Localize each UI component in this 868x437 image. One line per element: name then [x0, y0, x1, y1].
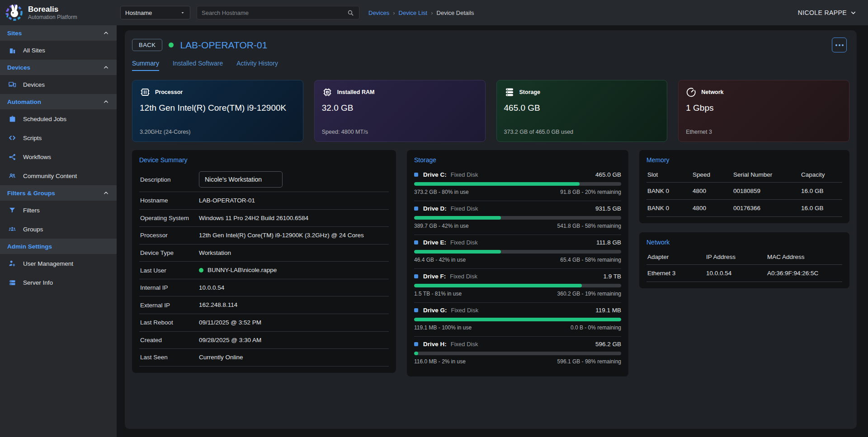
memory-row-cell: BANK 0 — [646, 200, 692, 217]
storage-stack-icon — [504, 87, 515, 98]
ram-card: Installed RAM 32.0 GB Speed: 4800 MT/s — [314, 80, 486, 142]
device-details-container: BACK LAB-OPERATOR-01 Summary Installed S… — [125, 30, 857, 429]
section-label: Automation — [7, 99, 41, 105]
card-title: Network — [701, 89, 723, 95]
drive-row-g: Drive G: Fixed Disk 119.1 MB 119.1 MB - … — [414, 303, 621, 337]
main-area: BACK LAB-OPERATOR-01 Summary Installed S… — [117, 25, 868, 437]
sidebar-item-server-info[interactable]: Server Info — [0, 273, 117, 292]
search-icon[interactable] — [347, 9, 354, 17]
memory-row-cell: 4800 — [692, 200, 732, 217]
ram-chip-icon — [322, 87, 333, 98]
sidebar-item-label: Scheduled Jobs — [23, 116, 66, 122]
memory-row-cell: 00180859 — [732, 183, 800, 200]
user-online-dot — [199, 268, 203, 273]
memory-row-cell: 4800 — [692, 183, 732, 200]
summary-row-created: Created 09/28/2025 @ 3:30 AM — [139, 332, 389, 349]
memory-row-cell: 16.0 GB — [800, 200, 842, 217]
sidebar-item-label: Workflows — [23, 154, 51, 160]
sidebar-item-label: Groups — [23, 226, 43, 233]
breadcrumb-device-details: Device Details — [437, 9, 474, 16]
sidebar-item-all-sites[interactable]: All Sites — [0, 41, 117, 60]
sidebar-section-automation[interactable]: Automation — [0, 94, 117, 109]
summary-cards: Processor 12th Gen Intel(R) Core(TM) i9-… — [132, 80, 849, 142]
drive-icon — [414, 240, 418, 244]
back-button[interactable]: BACK — [132, 39, 162, 51]
sidebar-item-filters[interactable]: Filters — [0, 201, 117, 220]
drive-usage-bar — [414, 284, 621, 287]
briefcase-icon — [8, 115, 17, 123]
search-box — [197, 6, 359, 19]
speedometer-icon — [686, 87, 697, 98]
drive-row-e: Drive E: Fixed Disk 111.8 GB 46.4 GB - 4… — [414, 235, 621, 269]
sidebar-item-label: All Sites — [23, 47, 45, 54]
card-subtext: 373.2 GB of 465.0 GB used — [504, 129, 660, 135]
sidebar-item-community-content[interactable]: Community Content — [0, 166, 117, 185]
drive-row-f: Drive F: Fixed Disk 1.9 TB 1.5 TB - 81% … — [414, 269, 621, 303]
chevron-up-icon — [103, 64, 109, 71]
chevron-down-icon — [850, 9, 857, 16]
tab-summary[interactable]: Summary — [132, 60, 159, 71]
sidebar-item-label: Server Info — [23, 279, 53, 286]
drive-icon — [414, 274, 418, 278]
breadcrumb-devices[interactable]: Devices — [368, 9, 389, 16]
community-icon — [8, 172, 17, 180]
tab-installed-software[interactable]: Installed Software — [173, 60, 223, 71]
sidebar-item-workflows[interactable]: Workflows — [0, 147, 117, 166]
card-value: 465.0 GB — [504, 103, 660, 113]
panel-title: Memory — [646, 156, 842, 164]
devices-icon — [8, 80, 17, 89]
sidebar-section-devices[interactable]: Devices — [0, 60, 117, 75]
sidebar-section-sites[interactable]: Sites — [0, 25, 117, 41]
panel-title: Network — [646, 239, 842, 246]
online-status-dot — [169, 42, 174, 47]
drive-icon — [414, 173, 418, 177]
card-value: 12th Gen Intel(R) Core(TM) i9-12900K — [140, 103, 296, 113]
right-column: Memory Slot Speed Serial Number Capacity… — [639, 150, 849, 288]
search-input[interactable] — [202, 9, 347, 16]
description-input[interactable] — [199, 171, 283, 188]
summary-row-last-reboot: Last Reboot 09/11/2025 @ 3:52 PM — [139, 314, 389, 332]
storage-card: Storage 465.0 GB 373.2 GB of 465.0 GB us… — [496, 80, 668, 142]
section-label: Filters & Groups — [7, 190, 55, 197]
drive-row-c: Drive C: Fixed Disk 465.0 GB 373.2 GB - … — [414, 167, 621, 201]
filter-icon — [8, 207, 17, 214]
device-header: BACK LAB-OPERATOR-01 — [132, 38, 849, 52]
memory-row-cell: BANK 0 — [646, 183, 692, 200]
user-menu[interactable]: NICOLE RAPPE — [798, 9, 857, 16]
sidebar-item-label: Scripts — [23, 135, 42, 141]
sidebar-item-devices[interactable]: Devices — [0, 75, 117, 94]
drive-usage-bar — [414, 216, 621, 220]
section-label: Admin Settings — [7, 243, 52, 250]
card-subtext: 3.20GHz (24-Cores) — [140, 129, 296, 135]
hostname-filter-dropdown[interactable]: Hostname — [120, 6, 190, 19]
storage-panel: Storage Drive C: Fixed Disk 465.0 GB 373… — [407, 150, 628, 376]
tab-activity-history[interactable]: Activity History — [236, 60, 278, 71]
drive-usage-bar — [414, 318, 621, 321]
brand-subtitle: Automation Platform — [28, 14, 77, 20]
code-icon — [8, 134, 17, 142]
network-panel: Network Adapter IP Address MAC Address E… — [639, 232, 849, 288]
caret-down-icon — [180, 10, 185, 15]
network-row-cell: Ethernet 3 — [646, 265, 705, 282]
sidebar-item-scheduled-jobs[interactable]: Scheduled Jobs — [0, 109, 117, 128]
sidebar-item-user-management[interactable]: User Management — [0, 254, 117, 273]
breadcrumb-device-list[interactable]: Device List — [399, 9, 428, 16]
drive-usage-bar — [414, 352, 621, 355]
summary-row-description: Description — [139, 167, 389, 192]
sidebar-item-groups[interactable]: Groups — [0, 220, 117, 239]
brand-name: Borealis — [28, 5, 77, 14]
network-card: Network 1 Gbps Ethernet 3 — [678, 80, 849, 142]
card-value: 32.0 GB — [322, 103, 478, 113]
summary-row-processor: Processor 12th Gen Intel(R) Core(TM) i9-… — [139, 227, 389, 244]
sidebar-section-admin-settings[interactable]: Admin Settings — [0, 239, 117, 254]
card-subtext: Speed: 4800 MT/s — [322, 129, 478, 135]
summary-row-last-seen: Last Seen Currently Online — [139, 349, 389, 367]
breadcrumb-separator: › — [393, 9, 395, 16]
more-actions-button[interactable] — [832, 38, 847, 52]
memory-row-cell: 16.0 GB — [800, 183, 842, 200]
device-title: LAB-OPERATOR-01 — [180, 40, 267, 51]
sidebar-section-filters-groups[interactable]: Filters & Groups — [0, 185, 117, 201]
sidebar-item-scripts[interactable]: Scripts — [0, 128, 117, 147]
card-subtext: Ethernet 3 — [686, 129, 842, 135]
chevron-up-icon — [103, 99, 109, 105]
